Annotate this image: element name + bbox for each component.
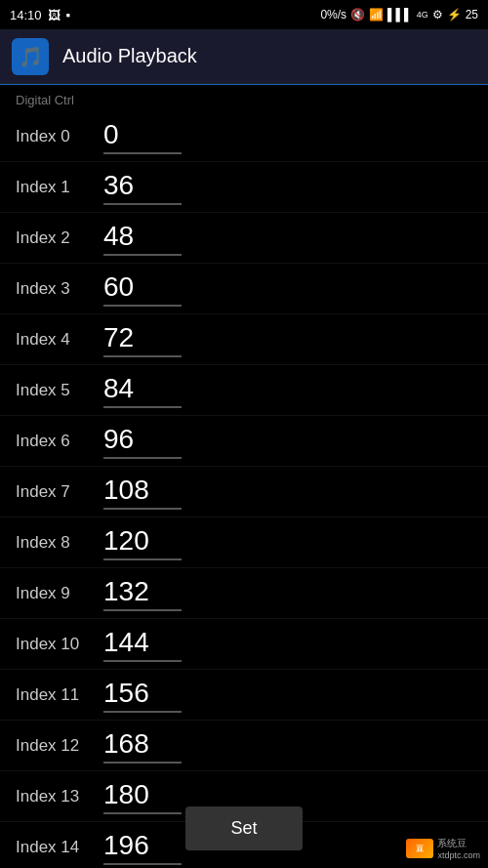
index-label-9: Index 9 [16,584,103,603]
index-row[interactable]: Index 7108 [0,467,488,517]
photo-icon: 🖼 [48,8,61,22]
index-label-7: Index 7 [16,482,103,502]
index-label-10: Index 10 [16,635,103,654]
index-value-3[interactable]: 60 [103,271,182,307]
status-left: 14:10 🖼 ▪ [10,8,70,22]
index-value-7[interactable]: 108 [103,475,182,510]
index-value-5[interactable]: 84 [103,373,182,408]
status-bar: 14:10 🖼 ▪ 0%/s 🔇 📶 ▌▌▌ 4G ⚙ ⚡ 25 [0,0,488,29]
index-label-4: Index 4 [16,330,103,350]
index-value-0[interactable]: 0 [103,119,182,154]
index-value-4[interactable]: 72 [103,322,182,357]
index-value-13[interactable]: 180 [103,779,182,814]
settings-icon: ⚙ [432,8,443,21]
set-button-container: Set [185,806,303,850]
notification-icon: ▪ [66,8,71,22]
watermark-brand: 系统豆 [437,837,480,850]
index-value-2[interactable]: 48 [103,221,182,256]
category-label: Digital Ctrl [0,85,488,111]
index-row[interactable]: Index 10144 [0,619,488,670]
index-label-5: Index 5 [16,381,103,400]
battery-level: 25 [466,8,478,21]
index-value-14[interactable]: 196 [103,830,182,865]
app-title: Audio Playback [62,45,197,67]
index-row[interactable]: Index 9132 [0,568,488,619]
index-row[interactable]: Index 584 [0,365,488,416]
index-row[interactable]: Index 12168 [0,721,488,771]
index-row[interactable]: Index 248 [0,213,488,264]
wifi-icon: 📶 [369,8,384,21]
watermark-site: xtdptc.com [437,850,480,860]
index-label-8: Index 8 [16,533,103,553]
content-area[interactable]: Digital Ctrl Index 00Index 136Index 248I… [0,85,488,868]
index-row[interactable]: Index 11156 [0,670,488,721]
time: 14:10 [10,8,42,22]
charging-icon: ⚡ [447,8,462,21]
index-value-8[interactable]: 120 [103,525,182,560]
index-label-0: Index 0 [16,127,103,146]
index-label-3: Index 3 [16,279,103,299]
index-label-2: Index 2 [16,228,103,248]
index-row[interactable]: Index 8120 [0,517,488,568]
watermark: 豆 系统豆 xtdptc.com [406,837,480,860]
status-right: 0%/s 🔇 📶 ▌▌▌ 4G ⚙ ⚡ 25 [320,8,478,21]
index-value-12[interactable]: 168 [103,728,182,764]
index-row[interactable]: Index 00 [0,111,488,162]
audio-icon: 🎵 [19,45,43,68]
index-value-6[interactable]: 96 [103,424,182,459]
index-value-9[interactable]: 132 [103,576,182,611]
index-value-10[interactable]: 144 [103,627,182,662]
network-4g-icon: 4G [417,10,428,20]
index-label-14: Index 14 [16,838,103,857]
watermark-text: 系统豆 xtdptc.com [437,837,480,860]
app-icon: 🎵 [12,38,49,75]
index-label-12: Index 12 [16,736,103,756]
index-label-6: Index 6 [16,432,103,451]
app-header: 🎵 Audio Playback [0,29,488,84]
index-row[interactable]: Index 696 [0,416,488,467]
signal-icon: ▌▌▌ [387,8,413,21]
index-row[interactable]: Index 136 [0,162,488,213]
mute-icon: 🔇 [350,8,365,21]
index-value-1[interactable]: 36 [103,170,182,205]
index-list: Index 00Index 136Index 248Index 360Index… [0,111,488,868]
index-row[interactable]: Index 360 [0,264,488,314]
index-value-11[interactable]: 156 [103,678,182,713]
index-label-11: Index 11 [16,685,103,705]
index-row[interactable]: Index 472 [0,314,488,365]
index-label-1: Index 1 [16,178,103,197]
index-label-13: Index 13 [16,787,103,806]
watermark-logo: 豆 [406,839,433,858]
set-button[interactable]: Set [185,806,303,850]
data-speed: 0%/s [320,8,346,21]
